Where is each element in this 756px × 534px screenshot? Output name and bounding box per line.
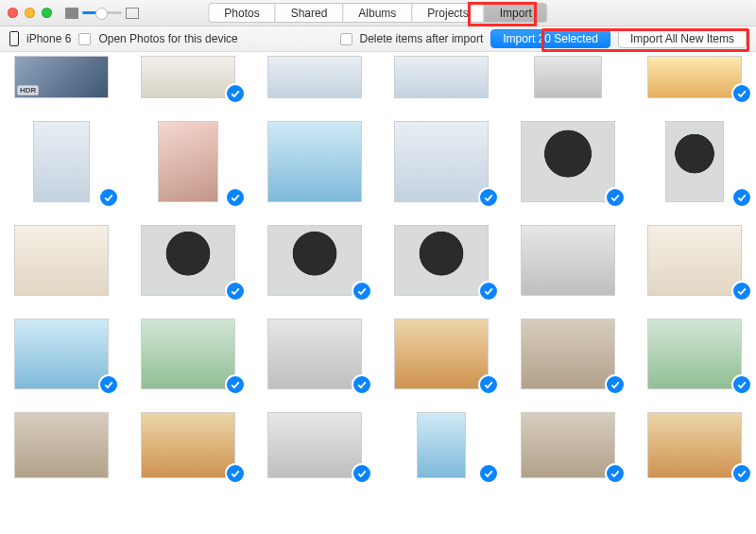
photo-thumbnail[interactable] <box>136 56 240 98</box>
photo-thumbnail[interactable] <box>9 412 113 478</box>
selected-checkmark-icon <box>605 187 626 208</box>
device-name: iPhone 6 <box>26 32 71 45</box>
photo-thumbnail[interactable] <box>263 121 367 202</box>
thumbnail-size-control[interactable] <box>65 8 139 19</box>
close-window-button[interactable] <box>8 8 18 18</box>
selected-checkmark-icon <box>731 187 752 208</box>
thumbnail-size-slider[interactable] <box>82 11 122 14</box>
photo-thumbnail[interactable] <box>643 319 747 389</box>
photo-thumbnail[interactable] <box>136 121 240 202</box>
selected-checkmark-icon <box>225 187 246 208</box>
selected-checkmark-icon <box>98 187 119 208</box>
thumbnail-small-icon <box>65 8 78 19</box>
photo-thumbnail[interactable] <box>516 319 620 389</box>
photo-thumbnail[interactable]: HDR <box>9 56 113 98</box>
view-tabs: PhotosSharedAlbumsProjectsImport <box>208 3 547 23</box>
photo-thumbnail[interactable] <box>136 412 240 478</box>
photo-thumbnail[interactable] <box>389 412 493 478</box>
delete-after-label: Delete items after import <box>360 32 484 45</box>
selected-checkmark-icon <box>731 83 752 104</box>
zoom-window-button[interactable] <box>42 8 52 18</box>
tab-albums[interactable]: Albums <box>342 3 411 23</box>
selected-checkmark-icon <box>478 281 499 301</box>
tab-import[interactable]: Import <box>484 3 548 23</box>
open-photos-checkbox[interactable] <box>78 33 91 45</box>
device-icon <box>9 31 19 46</box>
tab-shared[interactable]: Shared <box>275 3 343 23</box>
photo-thumbnail[interactable] <box>643 56 747 98</box>
photo-thumbnail[interactable] <box>263 225 367 296</box>
selected-checkmark-icon <box>731 374 752 395</box>
selected-checkmark-icon <box>225 374 246 395</box>
minimize-window-button[interactable] <box>25 8 35 18</box>
photo-thumbnail[interactable] <box>263 319 367 389</box>
photo-thumbnail[interactable] <box>643 121 747 202</box>
open-photos-label: Open Photos for this device <box>98 32 237 45</box>
tab-photos[interactable]: Photos <box>208 3 274 23</box>
import-selected-button[interactable]: Import 20 Selected <box>490 29 610 48</box>
delete-after-checkbox[interactable] <box>340 33 352 45</box>
photo-thumbnail[interactable] <box>263 56 367 98</box>
selected-checkmark-icon <box>731 463 752 484</box>
photo-thumbnail[interactable] <box>516 412 620 478</box>
import-toolbar: iPhone 6 Open Photos for this device Del… <box>0 26 756 52</box>
selected-checkmark-icon <box>605 463 626 484</box>
photo-thumbnail[interactable] <box>136 225 240 296</box>
photo-thumbnail[interactable] <box>389 319 493 389</box>
photo-thumbnail[interactable] <box>516 56 620 98</box>
tab-projects[interactable]: Projects <box>411 3 483 23</box>
photo-thumbnail[interactable] <box>389 121 493 202</box>
selected-checkmark-icon <box>352 463 372 484</box>
selected-checkmark-icon <box>478 463 499 484</box>
selected-checkmark-icon <box>731 281 752 301</box>
photo-thumbnail[interactable] <box>516 121 620 202</box>
selected-checkmark-icon <box>225 281 246 301</box>
selected-checkmark-icon <box>352 374 372 395</box>
thumbnail-large-icon <box>126 8 139 19</box>
selected-checkmark-icon <box>478 374 499 395</box>
selected-checkmark-icon <box>478 187 499 208</box>
selected-checkmark-icon <box>605 374 626 395</box>
photo-thumbnail[interactable] <box>643 225 747 296</box>
import-all-button[interactable]: Import All New Items <box>618 29 747 48</box>
photo-thumbnail[interactable] <box>643 412 747 478</box>
selected-checkmark-icon <box>225 83 246 104</box>
photo-thumbnail[interactable] <box>136 319 240 389</box>
photo-thumbnail[interactable] <box>389 225 493 296</box>
selected-checkmark-icon <box>98 374 119 395</box>
photo-thumbnail[interactable] <box>263 412 367 478</box>
photo-thumbnail[interactable] <box>9 319 113 389</box>
selected-checkmark-icon <box>352 281 372 301</box>
photo-thumbnail[interactable] <box>9 121 113 202</box>
titlebar: PhotosSharedAlbumsProjectsImport <box>0 0 756 26</box>
selected-checkmark-icon <box>225 463 246 484</box>
photo-grid: HDR <box>0 52 756 534</box>
photo-thumbnail[interactable] <box>9 225 113 296</box>
hdr-badge: HDR <box>17 85 39 95</box>
photo-thumbnail[interactable] <box>389 56 493 98</box>
window-controls <box>8 8 52 18</box>
photo-thumbnail[interactable] <box>516 225 620 296</box>
